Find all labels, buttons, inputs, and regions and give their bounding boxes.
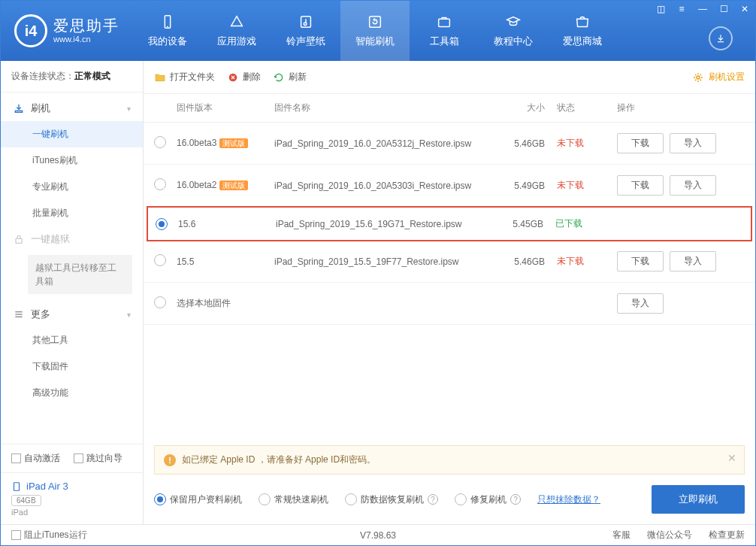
refresh-button[interactable]: 刷新 xyxy=(273,71,307,83)
erase-data-link[interactable]: 只想抹除数据？ xyxy=(537,493,600,506)
sidebar-group-label: 更多 xyxy=(31,308,50,321)
win-menu-button[interactable]: ≡ xyxy=(671,1,692,17)
logo[interactable]: i4 爱思助手 www.i4.cn xyxy=(1,14,133,47)
toolbox-icon xyxy=(436,14,452,30)
sidebar-item-pro-flash[interactable]: 专业刷机 xyxy=(1,174,143,200)
sidebar-item-itunes-flash[interactable]: iTunes刷机 xyxy=(1,147,143,174)
device-name-label: iPad Air 3 xyxy=(26,481,68,492)
firmware-size: 5.46GB xyxy=(504,256,557,267)
logo-subtitle: www.i4.cn xyxy=(53,35,119,44)
help-icon[interactable]: ? xyxy=(428,494,438,505)
firmware-name: iPad_Spring_2019_16.0_20A5303i_Restore.i… xyxy=(274,180,504,191)
col-version: 固件版本 xyxy=(177,102,274,114)
svg-rect-7 xyxy=(16,238,22,243)
download-button[interactable]: 下载 xyxy=(617,175,664,196)
tablet-icon xyxy=(11,481,22,492)
import-button[interactable]: 导入 xyxy=(617,293,664,314)
refresh-icon xyxy=(273,71,285,83)
firmware-version: 16.0beta3测试版 xyxy=(177,138,274,149)
nav-label: 爱思商城 xyxy=(563,35,602,48)
close-notice-button[interactable]: ✕ xyxy=(727,452,736,464)
device-info[interactable]: iPad Air 3 64GB iPad xyxy=(1,472,143,524)
firmware-size: 5.45GB xyxy=(503,219,555,229)
device-type: iPad xyxy=(11,508,132,517)
win-skin-button[interactable]: ◫ xyxy=(650,1,671,17)
nav-apps-games[interactable]: 应用游戏 xyxy=(202,1,271,61)
footer-link-update[interactable]: 检查更新 xyxy=(709,529,745,541)
download-manager-button[interactable] xyxy=(709,26,733,50)
option-normal[interactable]: 常规快速刷机 xyxy=(259,493,328,506)
device-icon xyxy=(159,14,176,30)
sidebar-item-batch-flash[interactable]: 批量刷机 xyxy=(1,200,143,226)
option-keep-data[interactable]: 保留用户资料刷机 xyxy=(154,493,242,506)
main-content: 打开文件夹 删除 刷新 刷机设置 固件版本 固件名称 大小 状态 操作 xyxy=(144,61,755,524)
row-ops: 下载导入 xyxy=(617,133,745,153)
graduation-icon xyxy=(505,14,522,30)
svg-rect-5 xyxy=(439,19,450,26)
nav-toolbox[interactable]: 工具箱 xyxy=(410,1,479,61)
app-header: i4 爱思助手 www.i4.cn 我的设备 应用游戏 铃声壁纸 智能刷机 工具… xyxy=(1,1,755,61)
download-button[interactable]: 下载 xyxy=(617,133,664,153)
table-row[interactable]: 15.6 iPad_Spring_2019_15.6_19G71_Restore… xyxy=(147,206,752,241)
flash-now-button[interactable]: 立即刷机 xyxy=(652,485,745,514)
firmware-name: iPad_Spring_2019_16.0_20A5312j_Restore.i… xyxy=(274,138,504,149)
sidebar-item-onekey-flash[interactable]: 一键刷机 xyxy=(1,121,143,147)
radio-button[interactable] xyxy=(154,296,166,308)
sidebar-item-advanced[interactable]: 高级功能 xyxy=(1,380,143,406)
firmware-name: iPad_Spring_2019_15.5_19F77_Restore.ipsw xyxy=(274,256,504,267)
radio-button[interactable] xyxy=(154,178,166,190)
apple-id-notice: ! 如已绑定 Apple ID ，请准备好 Apple ID和密码。 ✕ xyxy=(154,445,745,475)
nav-label: 铃声壁纸 xyxy=(286,35,325,48)
nav-tutorial[interactable]: 教程中心 xyxy=(479,1,548,61)
firmware-status: 未下载 xyxy=(557,137,617,150)
win-minimize-button[interactable]: — xyxy=(692,1,713,17)
option-anti-recovery[interactable]: 防数据恢复刷机? xyxy=(345,493,438,506)
radio-button[interactable] xyxy=(156,218,168,230)
nav-store[interactable]: 爱思商城 xyxy=(548,1,617,61)
import-button[interactable]: 导入 xyxy=(670,175,716,196)
beta-badge: 测试版 xyxy=(219,180,248,190)
footer-link-wechat[interactable]: 微信公众号 xyxy=(647,529,692,541)
sidebar-item-other-tools[interactable]: 其他工具 xyxy=(1,327,143,353)
radio-button[interactable] xyxy=(154,136,166,148)
download-icon xyxy=(13,102,25,114)
block-itunes-checkbox[interactable]: 阻止iTunes运行 xyxy=(11,529,87,541)
table-row[interactable]: 16.0beta2测试版 iPad_Spring_2019_16.0_20A53… xyxy=(144,165,755,207)
sidebar-group-flash[interactable]: 刷机 ▾ xyxy=(1,96,143,121)
nav-flash[interactable]: 智能刷机 xyxy=(340,1,410,61)
nav-my-device[interactable]: 我的设备 xyxy=(133,1,202,61)
nav-ringtone[interactable]: 铃声壁纸 xyxy=(271,1,340,61)
flash-settings-button[interactable]: 刷机设置 xyxy=(692,71,745,83)
download-button[interactable]: 下载 xyxy=(617,251,664,271)
logo-title: 爱思助手 xyxy=(53,17,119,35)
import-button[interactable]: 导入 xyxy=(670,251,716,271)
delete-button[interactable]: 删除 xyxy=(227,71,261,83)
firmware-version: 15.5 xyxy=(177,256,274,267)
sidebar-group-label: 一键越狱 xyxy=(31,232,70,246)
radio-button[interactable] xyxy=(154,254,166,266)
flash-options: 保留用户资料刷机 常规快速刷机 防数据恢复刷机? 修复刷机? 只想抹除数据？ 立… xyxy=(144,475,755,524)
lock-icon xyxy=(13,233,25,245)
sidebar-group-more[interactable]: 更多 ▾ xyxy=(1,302,143,327)
chevron-down-icon: ▾ xyxy=(127,311,131,319)
table-row[interactable]: 16.0beta3测试版 iPad_Spring_2019_16.0_20A53… xyxy=(144,123,755,165)
auto-activate-checkbox[interactable]: 自动激活 xyxy=(11,452,60,465)
menu-icon xyxy=(13,308,25,320)
delete-icon xyxy=(227,71,239,83)
option-repair[interactable]: 修复刷机? xyxy=(455,493,521,506)
table-row[interactable]: 15.5 iPad_Spring_2019_15.5_19F77_Restore… xyxy=(144,241,755,283)
firmware-status: 已下载 xyxy=(555,217,615,230)
col-size: 大小 xyxy=(504,102,557,114)
sidebar-item-download-firmware[interactable]: 下载固件 xyxy=(1,353,143,380)
firmware-status: 未下载 xyxy=(557,255,617,268)
win-maximize-button[interactable]: ☐ xyxy=(713,1,734,17)
firmware-name: iPad_Spring_2019_15.6_19G71_Restore.ipsw xyxy=(276,219,503,229)
import-button[interactable]: 导入 xyxy=(670,133,716,153)
win-close-button[interactable]: ✕ xyxy=(734,1,755,17)
open-folder-button[interactable]: 打开文件夹 xyxy=(154,71,215,83)
footer-link-support[interactable]: 客服 xyxy=(612,529,631,541)
local-firmware-row[interactable]: 选择本地固件 导入 xyxy=(144,283,755,325)
toolbar: 打开文件夹 删除 刷新 刷机设置 xyxy=(144,61,755,94)
skip-guide-checkbox[interactable]: 跳过向导 xyxy=(74,452,122,465)
help-icon[interactable]: ? xyxy=(510,494,521,505)
